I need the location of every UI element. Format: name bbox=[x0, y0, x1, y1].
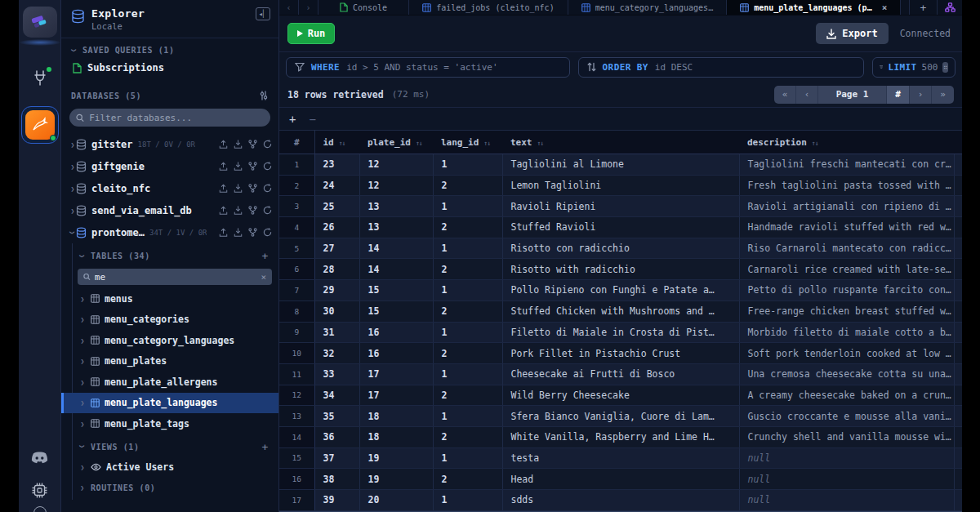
tab-active[interactable]: menu_plate_languages (p…× bbox=[727, 0, 901, 15]
row-number[interactable]: 5 bbox=[279, 238, 314, 259]
cell-text[interactable]: White Vanilla, Raspberry and Lime H… bbox=[502, 426, 739, 447]
cell-id[interactable]: 36 bbox=[314, 426, 359, 447]
cell-lang-id[interactable]: 1 bbox=[433, 154, 502, 176]
saved-query-subscriptions[interactable]: Subscriptions bbox=[61, 59, 278, 80]
cell-lang-id[interactable]: 1 bbox=[433, 363, 502, 385]
tab[interactable]: failed_jobs (cleito_nfc) bbox=[409, 0, 568, 15]
databases-filter-icon[interactable] bbox=[259, 91, 269, 100]
cell-lang-id[interactable]: 2 bbox=[433, 259, 502, 280]
row-number[interactable]: 11 bbox=[279, 363, 314, 385]
views-header[interactable]: ❯ VIEWS (1) + bbox=[73, 434, 278, 457]
table-item[interactable]: ❯menu_category_languages bbox=[73, 330, 278, 351]
routines-header[interactable]: ❯ ROUTINES (0) bbox=[73, 477, 278, 496]
view-item[interactable]: ❯Active Users bbox=[73, 457, 278, 477]
cell-id[interactable]: 28 bbox=[314, 259, 359, 280]
cell-plate-id[interactable]: 16 bbox=[359, 322, 433, 343]
row-number[interactable]: 12 bbox=[279, 385, 314, 406]
limit-stepper[interactable]: ∷ bbox=[942, 62, 948, 73]
add-view-button[interactable]: + bbox=[262, 441, 269, 453]
table-row[interactable]: 1133171Cheesecake ai Frutti di BoscoUna … bbox=[279, 363, 962, 385]
cell-description[interactable]: Carnaroli rice creamed with late-se… bbox=[739, 259, 954, 280]
cell-description[interactable]: Una cremosa cheesecake cotta su una… bbox=[739, 363, 954, 385]
column-header-text[interactable]: text↑↓ bbox=[502, 131, 739, 154]
cell-lang-id[interactable]: 2 bbox=[433, 385, 502, 406]
row-number[interactable]: 17 bbox=[279, 490, 314, 511]
cell-id[interactable]: 39 bbox=[314, 490, 359, 511]
row-number[interactable]: 9 bbox=[279, 322, 314, 343]
cell-description[interactable]: Tagliolini freschi mantecati con cr… bbox=[739, 154, 954, 176]
cell-id[interactable]: 27 bbox=[314, 238, 359, 259]
table-row[interactable]: 1739201sddsnull bbox=[279, 490, 962, 511]
table-item[interactable]: ❯menu_plate_allergens bbox=[73, 372, 278, 393]
cell-plate-id[interactable]: 15 bbox=[359, 280, 433, 301]
table-row[interactable]: 1234172Wild Berry CheesecakeA creamy che… bbox=[279, 385, 962, 406]
saved-queries-header[interactable]: ❯ SAVED QUERIES (1) bbox=[61, 38, 278, 59]
database-item[interactable]: ❯prontome…34T / 1V / 0R bbox=[61, 221, 278, 243]
cell-lang-id[interactable]: 1 bbox=[433, 196, 502, 217]
cell-text[interactable]: sdds bbox=[502, 490, 739, 511]
cell-id[interactable]: 33 bbox=[314, 363, 359, 385]
row-number[interactable]: 1 bbox=[279, 154, 314, 176]
add-table-button[interactable]: + bbox=[262, 250, 269, 262]
cell-lang-id[interactable]: 1 bbox=[433, 322, 502, 343]
discord-icon[interactable] bbox=[30, 452, 49, 465]
cell-text[interactable]: Lemon Tagliolini bbox=[502, 175, 739, 196]
cell-description[interactable]: A creamy cheesecake baked on a crun… bbox=[739, 385, 954, 406]
cell-text[interactable]: testa bbox=[502, 447, 739, 469]
cell-plate-id[interactable]: 16 bbox=[359, 343, 433, 364]
cell-plate-id[interactable]: 15 bbox=[359, 301, 433, 322]
cell-text[interactable]: Pollo Ripieno con Funghi e Patate a… bbox=[502, 280, 739, 301]
cell-text[interactable]: Stuffed Chicken with Mushrooms and … bbox=[502, 301, 739, 322]
cell-text[interactable]: Wild Berry Cheesecake bbox=[502, 385, 739, 406]
cell-plate-id[interactable]: 14 bbox=[359, 259, 433, 280]
row-number[interactable]: 2 bbox=[279, 175, 314, 196]
cell-id[interactable]: 31 bbox=[314, 322, 359, 343]
table-item[interactable]: ❯menu_categories bbox=[73, 309, 278, 331]
schema-diagram-icon[interactable] bbox=[938, 0, 962, 15]
tab-nav-forward-icon[interactable]: › bbox=[299, 0, 318, 15]
cell-plate-id[interactable]: 13 bbox=[359, 196, 433, 217]
table-row[interactable]: 1335181Sfera Bianco Vaniglia, Cuore di L… bbox=[279, 406, 962, 427]
add-row-button[interactable]: + bbox=[289, 113, 296, 126]
cell-description[interactable]: Free-range chicken breast stuffed w… bbox=[739, 301, 954, 322]
cell-lang-id[interactable]: 1 bbox=[433, 490, 502, 511]
table-item-selected[interactable]: ❯menu_plate_languages bbox=[61, 393, 278, 414]
column-sort-icon[interactable]: ↑↓ bbox=[483, 140, 490, 147]
cell-id[interactable]: 24 bbox=[314, 175, 359, 196]
export-button[interactable]: Export bbox=[816, 23, 888, 44]
cell-text[interactable]: Filetto di Maiale in Crosta di Pist… bbox=[502, 322, 739, 343]
table-row[interactable]: 1537191testanull bbox=[279, 447, 962, 469]
row-number[interactable]: 6 bbox=[279, 259, 314, 280]
database-item[interactable]: ❯gitster18T / 0V / 0R bbox=[61, 133, 278, 155]
order-by-input[interactable]: ORDER BY id DESC bbox=[578, 57, 864, 78]
table-row[interactable]: 325131Ravioli RipieniRavioli artigianali… bbox=[279, 196, 962, 217]
table-row[interactable]: 1032162Pork Fillet in Pistachio CrustSof… bbox=[279, 343, 962, 364]
row-number[interactable]: 16 bbox=[279, 469, 314, 490]
cell-description[interactable]: Handmade ravioli stuffed with red w… bbox=[739, 217, 954, 238]
tab-nav-back-icon[interactable]: ‹ bbox=[279, 0, 299, 15]
column-header-id[interactable]: id↑↓ bbox=[314, 131, 359, 154]
cell-text[interactable]: Cheesecake ai Frutti di Bosco bbox=[502, 363, 739, 385]
where-clause-input[interactable]: WHERE id > 5 AND status = 'active' bbox=[286, 57, 570, 78]
cell-id[interactable]: 29 bbox=[314, 280, 359, 301]
cell-lang-id[interactable]: 2 bbox=[433, 343, 502, 364]
cell-id[interactable]: 32 bbox=[314, 343, 359, 364]
row-number[interactable]: 14 bbox=[279, 426, 314, 447]
tables-header[interactable]: ❯ TABLES (34) + bbox=[73, 243, 278, 266]
tab[interactable]: menu_category_languages… bbox=[568, 0, 728, 15]
next-page-button[interactable]: › bbox=[910, 86, 932, 104]
row-number[interactable]: 8 bbox=[279, 301, 314, 322]
cell-text[interactable]: Risotto with radicchio bbox=[502, 259, 739, 280]
cell-description[interactable]: Ravioli artigianali con ripieno di … bbox=[739, 196, 954, 217]
delete-row-button[interactable]: − bbox=[309, 113, 315, 126]
active-connection-avatar[interactable] bbox=[21, 106, 59, 144]
table-row[interactable]: 123121Tagliolini al LimoneTagliolini fre… bbox=[279, 154, 962, 176]
cell-lang-id[interactable]: 1 bbox=[433, 238, 502, 259]
cell-id[interactable]: 26 bbox=[314, 217, 359, 238]
table-row[interactable]: 729151Pollo Ripieno con Funghi e Patate … bbox=[279, 280, 962, 301]
new-tab-button[interactable]: + bbox=[910, 0, 938, 15]
close-tab-icon[interactable]: × bbox=[882, 2, 888, 13]
profile-icon-partial[interactable] bbox=[33, 506, 47, 512]
cell-id[interactable]: 23 bbox=[314, 154, 359, 176]
row-number[interactable]: 3 bbox=[279, 196, 314, 217]
